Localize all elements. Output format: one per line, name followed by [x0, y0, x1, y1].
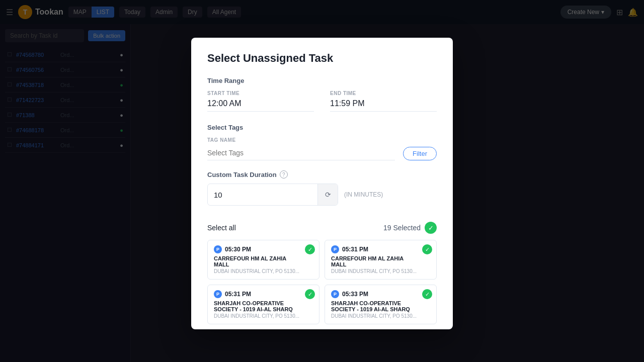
tags-input[interactable] [207, 146, 395, 160]
task-card[interactable]: P 05:31 PM ✓ CARREFOUR HM AL ZAHIA MALL … [325, 240, 437, 280]
task-time: 05:30 PM [225, 246, 251, 253]
filter-button[interactable]: Filter [403, 147, 437, 160]
task-check-icon: ✓ [422, 289, 432, 299]
task-card[interactable]: P 05:31 PM ✓ SHARJAH CO-OPERATIVE SOCIET… [207, 285, 319, 324]
time-range-row: START TIME 12:00 AM END TIME 11:59 PM [207, 90, 437, 112]
start-time-label: START TIME [207, 90, 314, 96]
task-card-header: P 05:30 PM [214, 245, 313, 253]
select-all-row: Select all 19 Selected ✓ [207, 216, 437, 240]
end-time-label: END TIME [330, 90, 437, 96]
task-type-icon: P [214, 245, 222, 253]
task-type-icon: P [214, 290, 222, 298]
task-time: 05:31 PM [225, 291, 251, 298]
task-check-icon: ✓ [305, 289, 315, 299]
task-time: 05:33 PM [342, 291, 368, 298]
task-address: DUBAI INDUSTRIAL CITY, PO 5130... [331, 313, 430, 319]
task-name: SHARJAH CO-OPERATIVE SOCIETY - 1019 AI-A… [214, 300, 313, 312]
tags-section-label: Select Tags [207, 124, 437, 131]
selected-count-text: 19 Selected [383, 224, 421, 232]
task-card[interactable]: P 05:30 PM ✓ CARREFOUR HM AL ZAHIA MALL … [207, 240, 319, 280]
tag-name-label: TAG NAME [207, 137, 395, 143]
task-address: DUBAI INDUSTRIAL CITY, PO 5130... [331, 268, 430, 274]
task-type-icon: P [331, 245, 339, 253]
tags-row: TAG NAME Filter [207, 137, 437, 160]
help-icon[interactable]: ? [280, 170, 288, 178]
modal-overlay: Select Unassigned Task Time Range START … [0, 0, 644, 362]
duration-input[interactable] [208, 187, 317, 203]
task-card-header: P 05:31 PM [214, 290, 313, 298]
start-time-value[interactable]: 12:00 AM [207, 99, 314, 112]
duration-spinner[interactable]: ⟳ [317, 184, 338, 205]
start-time-field: START TIME 12:00 AM [207, 90, 314, 112]
end-time-field: END TIME 11:59 PM [330, 90, 437, 112]
task-type-icon: P [331, 290, 339, 298]
task-card[interactable]: P 05:33 PM ✓ SHARJAH CO-OPERATIVE SOCIET… [325, 285, 437, 324]
task-card-header: P 05:31 PM [331, 245, 430, 253]
select-all-button[interactable]: Select all [207, 224, 236, 232]
task-card-header: P 05:33 PM [331, 290, 430, 298]
task-check-icon: ✓ [422, 244, 432, 254]
tags-input-wrap: TAG NAME [207, 137, 395, 160]
task-cards-grid: P 05:30 PM ✓ CARREFOUR HM AL ZAHIA MALL … [207, 240, 437, 329]
duration-header: Custom Task Duration ? [207, 170, 437, 178]
duration-input-row: ⟳ (IN MINUTES) [207, 184, 437, 206]
selected-check-icon[interactable]: ✓ [425, 222, 437, 234]
task-address: DUBAI INDUSTRIAL CITY, PO 5130... [214, 313, 313, 319]
task-address: DUBAI INDUSTRIAL CITY, PO 5130... [214, 268, 313, 274]
time-range-label: Time Range [207, 77, 437, 84]
spinner-icon: ⟳ [325, 191, 331, 199]
duration-unit: (IN MINUTES) [344, 191, 383, 198]
tags-section: Select Tags TAG NAME Filter [207, 124, 437, 160]
task-name: SHARJAH CO-OPERATIVE SOCIETY - 1019 AI-A… [331, 300, 430, 312]
task-check-icon: ✓ [305, 244, 315, 254]
end-time-value[interactable]: 11:59 PM [330, 99, 437, 112]
task-name: CARREFOUR HM AL ZAHIA MALL [331, 255, 430, 267]
duration-label: Custom Task Duration [207, 171, 277, 178]
selected-count: 19 Selected ✓ [383, 222, 437, 234]
task-name: CARREFOUR HM AL ZAHIA MALL [214, 255, 313, 267]
task-time: 05:31 PM [342, 246, 368, 253]
modal: Select Unassigned Task Time Range START … [191, 38, 453, 329]
modal-title: Select Unassigned Task [207, 52, 437, 65]
duration-section: Custom Task Duration ? ⟳ (IN MINUTES) [207, 170, 437, 206]
duration-input-box: ⟳ [207, 184, 338, 206]
